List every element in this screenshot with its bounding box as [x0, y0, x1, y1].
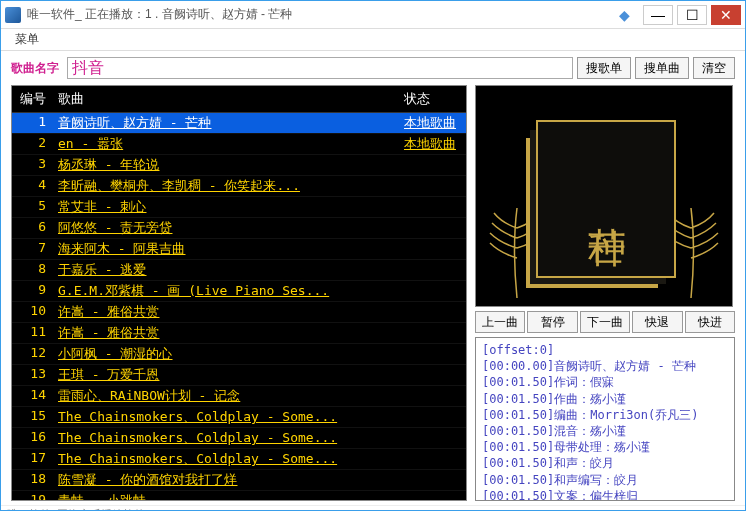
row-num: 2 — [12, 134, 52, 154]
lyric-line: [00:01.50]作曲：殇小谨 — [482, 391, 728, 407]
row-song: 王琪 - 万爱千恩 — [52, 365, 398, 385]
row-status — [398, 323, 466, 343]
lyric-line: [00:00.00]音阙诗听、赵方婧 - 芒种 — [482, 358, 728, 374]
col-num: 编号 — [12, 86, 52, 112]
row-song: 青蛙 - 小跳蛙 — [52, 491, 398, 501]
row-num: 3 — [12, 155, 52, 175]
window-title: 唯一软件_ 正在播放：1 . 音阙诗听、赵方婧 - 芒种 — [27, 6, 605, 23]
search-song-button[interactable]: 搜单曲 — [635, 57, 689, 79]
row-status — [398, 197, 466, 217]
row-num: 18 — [12, 470, 52, 490]
table-row[interactable]: 3杨丞琳 - 年轮说 — [12, 155, 466, 176]
searchbar: 歌曲名字 搜歌单 搜单曲 清空 — [1, 51, 745, 85]
row-song: en - 嚣张 — [52, 134, 398, 154]
row-status — [398, 281, 466, 301]
table-row[interactable]: 2en - 嚣张本地歌曲 — [12, 134, 466, 155]
row-num: 10 — [12, 302, 52, 322]
table-row[interactable]: 4李昕融、樊桐舟、李凯稠 - 你笑起来... — [12, 176, 466, 197]
row-status — [398, 218, 466, 238]
table-row[interactable]: 1音阙诗听、赵方婧 - 芒种本地歌曲 — [12, 113, 466, 134]
row-status — [398, 386, 466, 406]
album-title: 芒种 — [581, 197, 632, 201]
table-row[interactable]: 13王琪 - 万爱千恩 — [12, 365, 466, 386]
album-art: 芒种 — [475, 85, 733, 307]
row-status — [398, 344, 466, 364]
titlebar: 唯一软件_ 正在播放：1 . 音阙诗听、赵方婧 - 芒种 ◆ — ☐ ✕ — [1, 1, 745, 29]
pause-button[interactable]: 暂停 — [527, 311, 577, 333]
table-row[interactable]: 18陈雪凝 - 你的酒馆对我打了烊 — [12, 470, 466, 491]
lyric-line: [00:01.50]编曲：Morri3on(乔凡三) — [482, 407, 728, 423]
table-row[interactable]: 11许嵩 - 雅俗共赏 — [12, 323, 466, 344]
row-num: 14 — [12, 386, 52, 406]
menu-main[interactable]: 菜单 — [9, 30, 45, 48]
row-num: 13 — [12, 365, 52, 385]
row-song: 海来阿木 - 阿果吉曲 — [52, 239, 398, 259]
lyric-line: [00:01.50]和声编写：皎月 — [482, 472, 728, 488]
row-song: 于嘉乐 - 逃爱 — [52, 260, 398, 280]
table-row[interactable]: 9G.E.M.邓紫棋 - 画 (Live Piano Ses... — [12, 281, 466, 302]
col-status: 状态 — [398, 86, 466, 112]
table-row[interactable]: 14雷雨心、RAiNBOW计划 - 记念 — [12, 386, 466, 407]
row-song: The Chainsmokers、Coldplay - Some... — [52, 407, 398, 427]
col-song: 歌曲 — [52, 86, 398, 112]
row-song: 李昕融、樊桐舟、李凯稠 - 你笑起来... — [52, 176, 398, 196]
lyrics-panel[interactable]: [offset:0][00:00.00]音阙诗听、赵方婧 - 芒种[00:01.… — [475, 337, 735, 501]
fastforward-button[interactable]: 快进 — [685, 311, 735, 333]
lyric-line: [00:01.50]和声：皎月 — [482, 455, 728, 471]
row-num: 11 — [12, 323, 52, 343]
prev-button[interactable]: 上一曲 — [475, 311, 525, 333]
row-status — [398, 449, 466, 469]
row-num: 6 — [12, 218, 52, 238]
row-num: 17 — [12, 449, 52, 469]
search-list-button[interactable]: 搜歌单 — [577, 57, 631, 79]
rewind-button[interactable]: 快退 — [632, 311, 682, 333]
table-row[interactable]: 19青蛙 - 小跳蛙 — [12, 491, 466, 501]
help-icon[interactable]: ◆ — [609, 5, 639, 25]
lyric-line: [00:01.50]母带处理：殇小谨 — [482, 439, 728, 455]
row-status — [398, 428, 466, 448]
list-header: 编号 歌曲 状态 — [12, 86, 466, 113]
next-button[interactable]: 下一曲 — [580, 311, 630, 333]
row-song: 阿悠悠 - 责无旁贷 — [52, 218, 398, 238]
search-input[interactable] — [67, 57, 573, 79]
minimize-button[interactable]: — — [643, 5, 673, 25]
search-label: 歌曲名字 — [11, 60, 59, 77]
row-song: The Chainsmokers、Coldplay - Some... — [52, 428, 398, 448]
table-row[interactable]: 12小阿枫 - 潮湿的心 — [12, 344, 466, 365]
table-row[interactable]: 17The Chainsmokers、Coldplay - Some... — [12, 449, 466, 470]
table-row[interactable]: 10许嵩 - 雅俗共赏 — [12, 302, 466, 323]
row-status — [398, 407, 466, 427]
table-row[interactable]: 7海来阿木 - 阿果吉曲 — [12, 239, 466, 260]
row-song: 许嵩 - 雅俗共赏 — [52, 302, 398, 322]
table-row[interactable]: 8于嘉乐 - 逃爱 — [12, 260, 466, 281]
row-num: 1 — [12, 113, 52, 133]
row-status: 本地歌曲 — [398, 113, 466, 133]
close-button[interactable]: ✕ — [711, 5, 741, 25]
player-controls: 上一曲 暂停 下一曲 快退 快进 — [475, 311, 735, 333]
row-status — [398, 302, 466, 322]
row-num: 12 — [12, 344, 52, 364]
row-num: 7 — [12, 239, 52, 259]
table-row[interactable]: 6阿悠悠 - 责无旁贷 — [12, 218, 466, 239]
table-row[interactable]: 5常艾非 - 刺心 — [12, 197, 466, 218]
row-song: 小阿枫 - 潮湿的心 — [52, 344, 398, 364]
row-status — [398, 239, 466, 259]
row-num: 9 — [12, 281, 52, 301]
row-status: 本地歌曲 — [398, 134, 466, 154]
row-status — [398, 155, 466, 175]
row-song: The Chainsmokers、Coldplay - Some... — [52, 449, 398, 469]
row-status — [398, 491, 466, 501]
lyric-line: [offset:0] — [482, 342, 728, 358]
table-row[interactable]: 16The Chainsmokers、Coldplay - Some... — [12, 428, 466, 449]
clear-button[interactable]: 清空 — [693, 57, 735, 79]
menubar: 菜单 — [1, 29, 745, 51]
row-status — [398, 260, 466, 280]
row-song: 雷雨心、RAiNBOW计划 - 记念 — [52, 386, 398, 406]
table-row[interactable]: 15The Chainsmokers、Coldplay - Some... — [12, 407, 466, 428]
song-list[interactable]: 编号 歌曲 状态 1音阙诗听、赵方婧 - 芒种本地歌曲2en - 嚣张本地歌曲3… — [11, 85, 467, 501]
row-status — [398, 470, 466, 490]
maximize-button[interactable]: ☐ — [677, 5, 707, 25]
row-song: 音阙诗听、赵方婧 - 芒种 — [52, 113, 398, 133]
row-song: 许嵩 - 雅俗共赏 — [52, 323, 398, 343]
lyric-line: [00:01.50]文案：偏生梓归 — [482, 488, 728, 501]
